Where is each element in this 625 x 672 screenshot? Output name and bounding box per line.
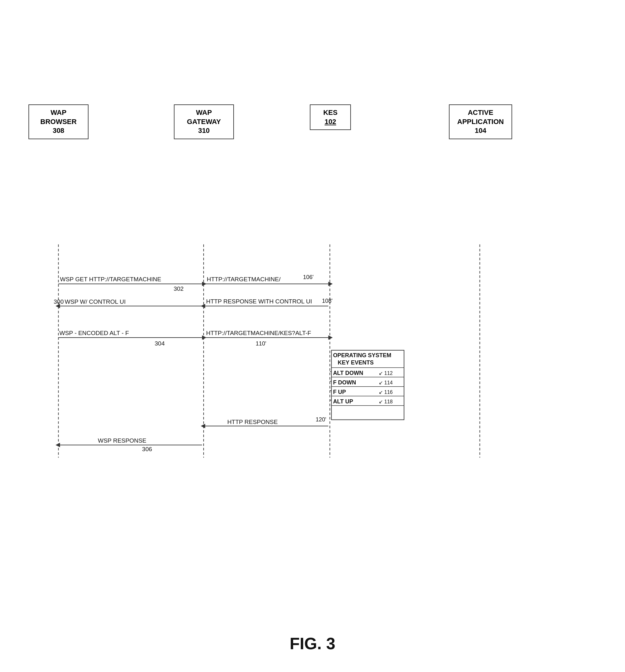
wap-browser-label: WAP <box>33 108 83 117</box>
svg-text:304: 304 <box>155 340 165 347</box>
diagram-svg: WSP GET HTTP://TARGETMACHINE 302 HTTP://… <box>19 89 606 609</box>
svg-text:108': 108' <box>322 298 332 304</box>
svg-text:106': 106' <box>303 274 314 280</box>
svg-text:WSP - ENCODED ALT - F: WSP - ENCODED ALT - F <box>59 330 129 336</box>
svg-text:300: 300 <box>54 298 64 305</box>
figure-label: FIG. 3 <box>290 634 335 653</box>
svg-text:120': 120' <box>316 416 326 423</box>
svg-text:HTTP://TARGETMACHINE/KES?ALT-F: HTTP://TARGETMACHINE/KES?ALT-F <box>206 330 311 336</box>
diagram-container: WSP GET HTTP://TARGETMACHINE 302 HTTP://… <box>19 89 606 609</box>
svg-text:↙ 114: ↙ 114 <box>379 380 393 385</box>
svg-text:HTTP://TARGETMACHINE/: HTTP://TARGETMACHINE/ <box>207 276 281 283</box>
svg-text:↙ 112: ↙ 112 <box>379 370 393 376</box>
svg-text:OPERATING SYSTEM: OPERATING SYSTEM <box>333 352 391 358</box>
active-app-ref: 104 <box>454 126 507 136</box>
svg-text:110': 110' <box>256 340 266 347</box>
svg-text:WSP W/ CONTROL UI: WSP W/ CONTROL UI <box>65 298 126 305</box>
svg-marker-49 <box>201 424 205 428</box>
svg-text:302: 302 <box>174 285 184 292</box>
svg-marker-25 <box>328 335 332 340</box>
svg-marker-17 <box>201 304 205 308</box>
kes-ref: 102 <box>315 117 346 126</box>
svg-text:306: 306 <box>142 446 152 452</box>
svg-text:HTTP RESPONSE: HTTP RESPONSE <box>227 418 278 425</box>
svg-text:HTTP RESPONSE WITH CONTROL UI: HTTP RESPONSE WITH CONTROL UI <box>206 298 312 305</box>
kes-box: KES 102 <box>310 104 351 130</box>
svg-text:WSP RESPONSE: WSP RESPONSE <box>98 437 146 444</box>
wap-gateway-label: WAP <box>179 108 229 117</box>
svg-marker-53 <box>56 443 60 447</box>
wap-gateway-label2: GATEWAY <box>179 117 229 126</box>
svg-text:KEY EVENTS: KEY EVENTS <box>338 359 374 366</box>
svg-text:↙ 116: ↙ 116 <box>379 389 393 395</box>
wap-browser-label2: BROWSER <box>33 117 83 126</box>
active-app-box: ACTIVE APPLICATION 104 <box>449 104 512 139</box>
svg-text:↙ 118: ↙ 118 <box>379 399 393 404</box>
active-app-label: ACTIVE <box>454 108 507 117</box>
svg-marker-9 <box>328 282 332 286</box>
wap-browser-box: WAP BROWSER 308 <box>28 104 89 139</box>
kes-label: KES <box>315 108 346 117</box>
wap-gateway-ref: 310 <box>179 126 229 136</box>
svg-text:F UP: F UP <box>333 389 346 395</box>
svg-text:F DOWN: F DOWN <box>333 379 356 386</box>
svg-text:WSP GET HTTP://TARGETMACHINE: WSP GET HTTP://TARGETMACHINE <box>60 276 161 283</box>
svg-text:ALT DOWN: ALT DOWN <box>333 370 363 376</box>
active-app-label2: APPLICATION <box>454 117 507 126</box>
wap-browser-ref: 308 <box>33 126 83 136</box>
svg-text:ALT UP: ALT UP <box>333 398 353 405</box>
wap-gateway-box: WAP GATEWAY 310 <box>174 104 234 139</box>
